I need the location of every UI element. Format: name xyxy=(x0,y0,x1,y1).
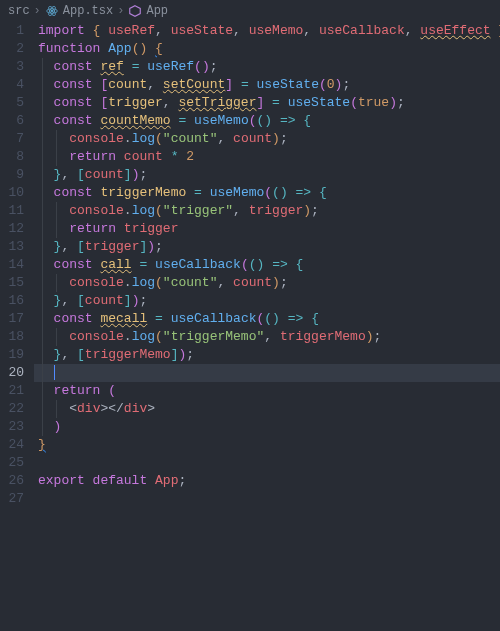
line-number: 9 xyxy=(0,166,24,184)
code-line[interactable]: const triggerMemo = useMemo(() => { xyxy=(34,184,500,202)
code-line-text: function App() { xyxy=(34,41,163,56)
code-line[interactable]: function App() { xyxy=(34,40,500,58)
line-number: 24 xyxy=(0,436,24,454)
line-number: 2 xyxy=(0,40,24,58)
line-number: 25 xyxy=(0,454,24,472)
breadcrumb-label: App xyxy=(146,4,168,18)
line-number: 14 xyxy=(0,256,24,274)
line-number: 16 xyxy=(0,292,24,310)
breadcrumb-label: App.tsx xyxy=(63,4,113,18)
code-line-text: console.log("count", count); xyxy=(34,131,288,146)
code-line-text: console.log("count", count); xyxy=(34,275,288,290)
line-number-gutter: 1234567891011121314151617181920212223242… xyxy=(0,22,34,631)
code-line-text: console.log("trigger", trigger); xyxy=(34,203,319,218)
code-line[interactable]: return ( xyxy=(34,382,500,400)
code-line[interactable]: const mecall = useCallback(() => { xyxy=(34,310,500,328)
react-file-icon xyxy=(45,4,59,18)
line-number: 17 xyxy=(0,310,24,328)
code-line[interactable] xyxy=(34,364,500,382)
code-line-text: }, [count]); xyxy=(34,167,147,182)
line-number: 11 xyxy=(0,202,24,220)
code-line[interactable]: export default App; xyxy=(34,472,500,490)
line-number: 27 xyxy=(0,490,24,508)
svg-point-0 xyxy=(51,10,53,12)
line-number: 12 xyxy=(0,220,24,238)
code-line-text: }, [trigger]); xyxy=(34,239,163,254)
breadcrumb: src › App.tsx › App xyxy=(0,0,500,22)
code-line-text xyxy=(34,455,38,470)
code-line[interactable]: }, [triggerMemo]); xyxy=(34,346,500,364)
code-line-text: const triggerMemo = useMemo(() => { xyxy=(34,185,327,200)
breadcrumb-item-symbol[interactable]: App xyxy=(128,4,168,18)
code-line-text: console.log("triggerMemo", triggerMemo); xyxy=(34,329,381,344)
code-line[interactable]: const ref = useRef(); xyxy=(34,58,500,76)
line-number: 1 xyxy=(0,22,24,40)
breadcrumb-label: src xyxy=(8,4,30,18)
code-line[interactable]: }, [count]); xyxy=(34,166,500,184)
code-line-text: <div></div> xyxy=(34,401,155,416)
line-number: 19 xyxy=(0,346,24,364)
line-number: 21 xyxy=(0,382,24,400)
code-area[interactable]: import { useRef, useState, useMemo, useC… xyxy=(34,22,500,631)
line-number: 18 xyxy=(0,328,24,346)
code-line-text: ) xyxy=(34,419,61,434)
line-number: 4 xyxy=(0,76,24,94)
code-line-text: return trigger xyxy=(34,221,178,236)
code-line-text: }, [count]); xyxy=(34,293,147,308)
code-line-text: const ref = useRef(); xyxy=(34,59,218,74)
code-line[interactable]: console.log("trigger", trigger); xyxy=(34,202,500,220)
line-number: 26 xyxy=(0,472,24,490)
code-line[interactable]: } xyxy=(34,436,500,454)
code-line-text: import { useRef, useState, useMemo, useC… xyxy=(34,23,500,38)
line-number: 10 xyxy=(0,184,24,202)
code-line-text: const mecall = useCallback(() => { xyxy=(34,311,319,326)
code-line[interactable]: const countMemo = useMemo(() => { xyxy=(34,112,500,130)
code-line[interactable]: return trigger xyxy=(34,220,500,238)
code-line-text: const [count, setCount] = useState(0); xyxy=(34,77,350,92)
line-number: 20 xyxy=(0,364,24,382)
line-number: 22 xyxy=(0,400,24,418)
code-line-text: } xyxy=(34,437,46,452)
code-line-text: export default App; xyxy=(34,473,186,488)
line-number: 5 xyxy=(0,94,24,112)
code-line[interactable]: return count * 2 xyxy=(34,148,500,166)
code-line[interactable]: const call = useCallback(() => { xyxy=(34,256,500,274)
line-number: 23 xyxy=(0,418,24,436)
code-line[interactable]: import { useRef, useState, useMemo, useC… xyxy=(34,22,500,40)
code-line[interactable]: const [count, setCount] = useState(0); xyxy=(34,76,500,94)
line-number: 15 xyxy=(0,274,24,292)
code-line-text xyxy=(34,365,55,380)
chevron-right-icon: › xyxy=(34,4,41,18)
code-line-text: const call = useCallback(() => { xyxy=(34,257,303,272)
code-line[interactable]: }, [count]); xyxy=(34,292,500,310)
code-line[interactable]: console.log("triggerMemo", triggerMemo); xyxy=(34,328,500,346)
code-line[interactable] xyxy=(34,454,500,472)
line-number: 8 xyxy=(0,148,24,166)
code-line[interactable]: ) xyxy=(34,418,500,436)
code-line[interactable]: console.log("count", count); xyxy=(34,130,500,148)
code-line[interactable]: <div></div> xyxy=(34,400,500,418)
code-line-text: const [trigger, setTrigger] = useState(t… xyxy=(34,95,405,110)
text-cursor xyxy=(54,365,55,380)
code-line-text: return ( xyxy=(34,383,116,398)
chevron-right-icon: › xyxy=(117,4,124,18)
symbol-method-icon xyxy=(128,4,142,18)
code-line-text: return count * 2 xyxy=(34,149,194,164)
code-line-text: }, [triggerMemo]); xyxy=(34,347,194,362)
code-line[interactable] xyxy=(34,490,500,508)
code-line[interactable]: console.log("count", count); xyxy=(34,274,500,292)
code-line[interactable]: const [trigger, setTrigger] = useState(t… xyxy=(34,94,500,112)
code-line[interactable]: }, [trigger]); xyxy=(34,238,500,256)
breadcrumb-item-src[interactable]: src xyxy=(8,4,30,18)
code-editor[interactable]: 1234567891011121314151617181920212223242… xyxy=(0,22,500,631)
code-line-text xyxy=(34,491,38,506)
line-number: 6 xyxy=(0,112,24,130)
line-number: 13 xyxy=(0,238,24,256)
line-number: 3 xyxy=(0,58,24,76)
code-line-text: const countMemo = useMemo(() => { xyxy=(34,113,311,128)
breadcrumb-item-file[interactable]: App.tsx xyxy=(45,4,113,18)
line-number: 7 xyxy=(0,130,24,148)
